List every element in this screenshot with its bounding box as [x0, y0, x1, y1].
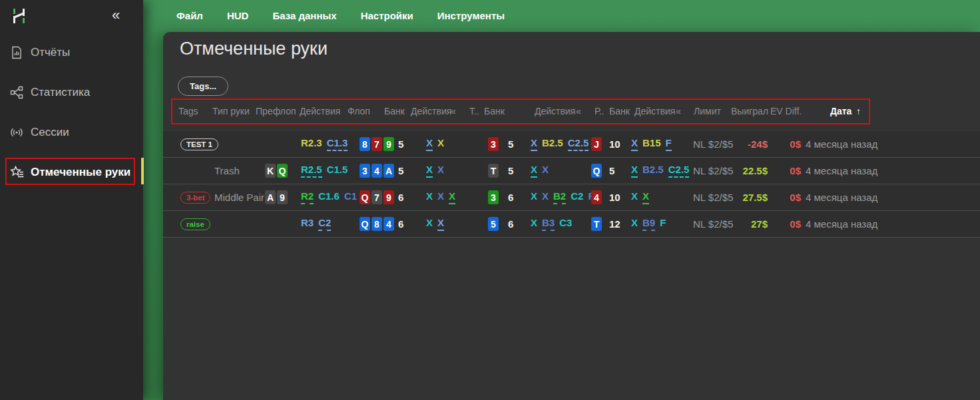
action-token: X — [437, 218, 444, 231]
action-token: R3 — [301, 218, 314, 231]
action-token: B3 — [542, 218, 555, 231]
card: 4 — [383, 217, 394, 231]
cell-river-actions: XX — [631, 191, 691, 204]
cell-ev-diff: 0$ — [768, 165, 802, 176]
header-actions-flop[interactable]: Действия — [411, 106, 451, 116]
header-actions-preflop[interactable]: Действия — [300, 106, 340, 116]
sort-arrow-icon[interactable]: ↑ — [856, 106, 861, 116]
sidebar-item-label: Статистика — [31, 86, 90, 99]
menu-database[interactable]: База данных — [260, 0, 348, 32]
cell-limit: NL $2/$5 — [691, 165, 729, 176]
cell-text: NL $2/$5 — [693, 138, 733, 150]
action-token: X — [631, 164, 638, 178]
cell-text: NL $2/$5 — [693, 192, 733, 203]
action-token: X — [531, 164, 537, 178]
cell-hand-type: Middle Pair — [211, 192, 265, 203]
cell-won: 27$ — [729, 218, 768, 230]
cell-text: NL $2/$5 — [693, 165, 733, 176]
statistics-icon — [10, 86, 25, 99]
card: 4 — [591, 190, 602, 204]
table-row[interactable]: TEST 1R2.3C1.38795XX35XB2.5C2.5J10XB15FN… — [163, 131, 980, 158]
header-river[interactable]: Р.. — [595, 106, 604, 116]
header-flop[interactable]: Флоп — [348, 106, 370, 116]
card: K — [265, 164, 276, 178]
cell-river-actions: XB2.5C2.5 — [631, 164, 691, 178]
tags-filter-button[interactable]: Tags... — [178, 77, 228, 96]
header-pot-flop[interactable]: Банк — [384, 106, 405, 116]
action-token: X — [642, 191, 649, 204]
tag-pill[interactable]: 3-bet — [180, 192, 210, 204]
menu-settings[interactable]: Настройки — [349, 0, 425, 32]
cell-river-actions: XB15F — [631, 138, 691, 151]
action-token: R2.3 — [301, 138, 322, 151]
cell-text: 4 месяца назад — [806, 218, 877, 230]
sidebar-item-marked-hands[interactable]: Отмеченные руки — [0, 159, 143, 186]
table-rows: TEST 1R2.3C1.38795XX35XB2.5C2.5J10XB15FN… — [163, 131, 980, 238]
header-turn[interactable]: Т.. — [469, 106, 479, 116]
cell-turn-pot: 5 — [503, 165, 531, 176]
cell-text: 6 — [398, 218, 403, 230]
action-token: C2 — [318, 218, 331, 231]
sidebar-collapse-icon[interactable]: « — [112, 7, 120, 24]
table-row[interactable]: raiseR3C2Q846XX56XB3C3T12XB9FNL $2/$527$… — [163, 211, 980, 238]
header-pot-river[interactable]: Банк — [609, 106, 630, 116]
cell-text: 27$ — [751, 218, 768, 230]
cell-tags: 3-bet — [176, 192, 211, 204]
action-token: X — [531, 191, 537, 204]
action-token: X — [437, 191, 444, 204]
cell-river-card: T — [591, 217, 606, 231]
header-date[interactable]: Дата — [830, 106, 852, 116]
sidebar-item-statistics[interactable]: Статистика — [0, 79, 143, 106]
table-row[interactable]: 3-betMiddle PairA9R2C1.6C1Q796XXX36XXB2C… — [163, 184, 980, 211]
active-item-indicator — [141, 158, 144, 184]
menubar: Файл HUD База данных Настройки Инструмен… — [143, 0, 980, 32]
sidebar-item-sessions[interactable]: Сессии — [0, 119, 143, 146]
tag-pill[interactable]: raise — [180, 218, 210, 230]
cell-text: 6 — [508, 218, 513, 230]
cell-text: 6 — [508, 192, 513, 203]
header-tags[interactable]: Tags — [178, 106, 198, 116]
header-pot-turn[interactable]: Банк — [484, 106, 505, 116]
card: 3 — [488, 137, 499, 151]
cell-text: 22.5$ — [742, 165, 768, 176]
header-won[interactable]: Выиграл — [731, 106, 768, 116]
cell-text: 10 — [609, 138, 620, 150]
action-token: X — [531, 218, 537, 231]
sidebar-item-reports[interactable]: Отчёты — [0, 39, 143, 66]
header-actions-river[interactable]: Действия — [634, 106, 675, 116]
header-hand-type[interactable]: Тип руки — [212, 106, 250, 116]
collapse-turn-icon[interactable]: « — [576, 106, 581, 116]
cell-text: 0$ — [790, 218, 801, 230]
card: A — [383, 164, 394, 178]
header-ev-diff[interactable]: EV Diff. — [770, 106, 802, 116]
header-limit[interactable]: Лимит — [694, 106, 721, 116]
action-token: C2 — [571, 191, 583, 204]
card: 3 — [488, 190, 499, 204]
table-row[interactable]: TrashKQR2.5C1.534A5XXT5XXQ5XB2.5C2.5NL $… — [163, 158, 980, 184]
action-token: X — [449, 191, 455, 204]
header-actions-turn[interactable]: Действия — [535, 106, 575, 116]
card: 8 — [371, 217, 382, 231]
menu-file[interactable]: Файл — [164, 0, 215, 32]
cell-limit: NL $2/$5 — [691, 218, 729, 230]
collapse-flop-icon[interactable]: « — [451, 106, 456, 116]
action-token: X — [437, 138, 444, 151]
tag-pill[interactable]: TEST 1 — [180, 138, 218, 150]
card: Q — [360, 217, 370, 231]
card: Q — [591, 164, 602, 178]
card: 8 — [360, 137, 370, 151]
header-preflop[interactable]: Префлоп — [256, 106, 296, 116]
menu-tools[interactable]: Инструменты — [425, 0, 517, 32]
action-token: X — [631, 218, 638, 231]
cell-river-pot: 10 — [606, 138, 631, 150]
menu-hud[interactable]: HUD — [215, 0, 261, 32]
cell-date: 4 месяца назад — [802, 138, 889, 150]
action-token: X — [631, 138, 638, 151]
cell-turn-actions: XX — [531, 164, 591, 178]
card: J — [591, 137, 602, 151]
cell-text: 27.5$ — [742, 192, 768, 203]
sessions-icon — [10, 126, 25, 139]
collapse-river-icon[interactable]: « — [676, 106, 681, 116]
cell-preflop-actions: R2.5C1.5 — [298, 164, 360, 178]
sidebar: « Отчёты Статистика — [0, 0, 143, 400]
